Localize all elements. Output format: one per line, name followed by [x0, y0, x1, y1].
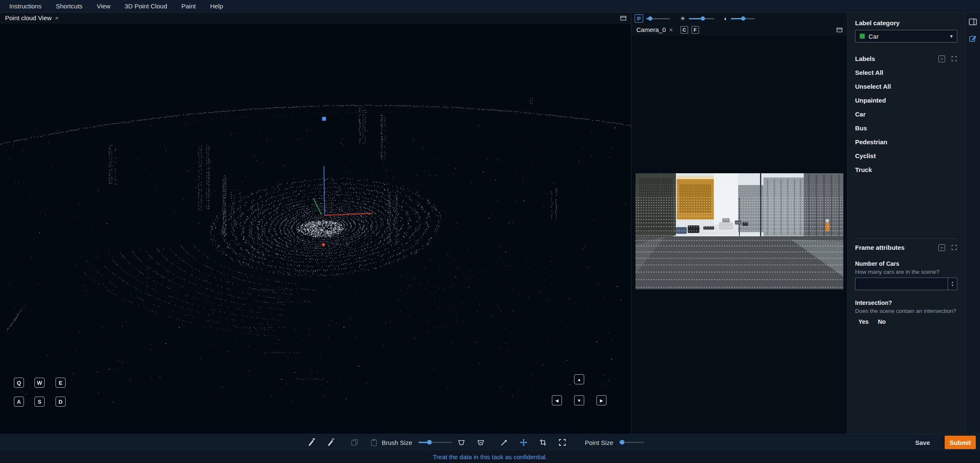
key-d[interactable]: D [56, 397, 66, 407]
move-tool-icon[interactable] [519, 438, 528, 447]
expand-icon[interactable] [951, 56, 957, 62]
nav-left-button[interactable]: ◀ [552, 395, 562, 405]
camera-f-button[interactable]: F [691, 26, 699, 34]
menu-shortcuts[interactable]: Shortcuts [56, 3, 82, 10]
number-of-cars-label: Number of Cars [855, 260, 957, 267]
menu-paint[interactable]: Paint [181, 3, 196, 10]
edit-tool-icon[interactable] [969, 34, 977, 43]
frame-attributes-section: Frame attributes − Number of Cars How ma… [855, 238, 957, 325]
nav-right-button[interactable]: ▶ [596, 395, 607, 405]
point-size-slider[interactable] [620, 442, 644, 443]
menu-help[interactable]: Help [210, 3, 223, 10]
collapse-icon[interactable]: − [938, 56, 945, 62]
polygon-unpaint-icon[interactable] [477, 438, 485, 447]
brightness-icon: ☀ [680, 16, 686, 21]
camera-view-toolbar: P ☀ ◐ [631, 13, 847, 24]
crop-fit-icon[interactable] [539, 438, 547, 447]
menu-bar: Instructions Shortcuts View 3D Point Clo… [0, 0, 980, 13]
label-item-truck[interactable]: Truck [855, 166, 957, 174]
fullscreen-icon[interactable] [558, 438, 567, 447]
labels-title: Labels [855, 55, 875, 62]
frame-attributes-header: Frame attributes − [855, 244, 957, 251]
copy-icon[interactable] [350, 438, 359, 447]
camera-panel: P ☀ ◐ Camera_0 × C F [631, 13, 847, 434]
label-category-dropdown[interactable]: Car ▾ [855, 30, 957, 42]
key-a[interactable]: A [14, 397, 24, 407]
tab-title: Camera_0 [636, 26, 666, 33]
expand-icon[interactable] [951, 244, 957, 251]
unpaint-brush-icon[interactable] [326, 438, 335, 447]
point-cloud-canvas-area: Q W E A S D ▲ ◀ ▼ ▶ [0, 24, 631, 434]
app-root: Instructions Shortcuts View 3D Point Clo… [0, 0, 980, 463]
no-button[interactable]: No [878, 318, 886, 325]
intersection-options: Yes No [855, 318, 957, 325]
confidential-note: Treat the data in this task as confident… [433, 453, 547, 460]
point-size-label: Point Size [581, 439, 613, 446]
label-category-value: Car [869, 33, 879, 40]
label-item-bus[interactable]: Bus [855, 124, 957, 132]
key-e[interactable]: E [56, 378, 66, 388]
label-item-cyclist[interactable]: Cyclist [855, 152, 957, 160]
camera-image[interactable] [636, 173, 843, 289]
paint-brush-icon[interactable] [307, 438, 315, 447]
camera-body [631, 35, 848, 434]
menu-view[interactable]: View [97, 3, 110, 10]
camera-c-button[interactable]: C [681, 26, 688, 34]
camera-header: Camera_0 × C F [631, 24, 847, 35]
submit-button[interactable]: Submit [945, 436, 976, 449]
intersection-question: Does the scene contain an intersection? [855, 308, 957, 314]
polygon-paint-icon[interactable] [457, 438, 466, 447]
label-category-title: Label category [855, 19, 957, 26]
number-of-cars-input[interactable] [856, 278, 948, 290]
menu-3d-point-cloud[interactable]: 3D Point Cloud [124, 3, 167, 10]
tab-camera-0[interactable]: Camera_0 × [631, 24, 678, 35]
point-cloud-header: Point cloud View × [0, 13, 631, 24]
collapse-icon[interactable]: − [938, 244, 945, 251]
contrast-slider[interactable] [731, 18, 755, 19]
yes-button[interactable]: Yes [858, 318, 869, 325]
menu-instructions[interactable]: Instructions [9, 3, 42, 10]
panel-layout-icon[interactable] [968, 18, 977, 26]
number-of-cars-field: ▴ ▾ [855, 278, 957, 290]
label-item-select-all[interactable]: Select All [855, 69, 957, 77]
intersection-label: Intersection? [855, 299, 957, 306]
number-of-cars-question: How many cars are in the scene? [855, 269, 957, 275]
point-cloud-panel: Point cloud View × Q W E A S D ▲ ◀ ▼ ▶ [0, 13, 631, 434]
save-button[interactable]: Save [908, 436, 937, 449]
frame-attributes-title: Frame attributes [855, 244, 905, 251]
nav-up-button[interactable]: ▲ [574, 374, 584, 384]
stepper-down-icon[interactable]: ▾ [951, 284, 953, 287]
bottom-toolbar: Brush Size Point Size Save Submit [0, 434, 980, 450]
tab-title: Point cloud View [5, 14, 52, 21]
paste-icon[interactable] [370, 438, 378, 447]
number-stepper[interactable]: ▴ ▾ [948, 278, 957, 290]
projection-toggle[interactable]: P [635, 14, 643, 23]
key-w[interactable]: W [34, 378, 45, 388]
tab-point-cloud-view[interactable]: Point cloud View × [0, 13, 64, 23]
projection-opacity-slider[interactable] [646, 18, 670, 19]
brush-size-slider[interactable] [418, 442, 452, 443]
label-item-unpainted[interactable]: Unpainted [855, 97, 957, 104]
paint-line-icon[interactable] [500, 438, 509, 447]
point-cloud-canvas[interactable] [0, 24, 631, 434]
contrast-icon: ◐ [724, 16, 728, 21]
edge-strip [965, 13, 980, 434]
nav-down-button[interactable]: ▼ [574, 395, 584, 405]
close-icon[interactable]: × [669, 26, 673, 33]
popout-icon[interactable] [620, 15, 627, 21]
label-item-car[interactable]: Car [855, 111, 957, 118]
footer-bar: Treat the data in this task as confident… [0, 450, 980, 463]
labels-panel-header: Labels − [855, 55, 957, 62]
close-icon[interactable]: × [55, 15, 59, 21]
label-color-swatch [860, 34, 865, 39]
key-q[interactable]: Q [14, 378, 24, 388]
labels-list: Select All Unselect All Unpainted Car Bu… [855, 69, 957, 174]
chevron-down-icon: ▾ [950, 33, 953, 39]
popout-icon[interactable] [836, 27, 843, 33]
key-s[interactable]: S [34, 397, 45, 407]
label-item-pedestrian[interactable]: Pedestrian [855, 138, 957, 146]
right-sidebar: Label category Car ▾ Labels − Select All… [847, 13, 965, 434]
brightness-slider[interactable] [689, 18, 714, 19]
brush-size-label: Brush Size [379, 439, 412, 446]
label-item-unselect-all[interactable]: Unselect All [855, 83, 957, 90]
